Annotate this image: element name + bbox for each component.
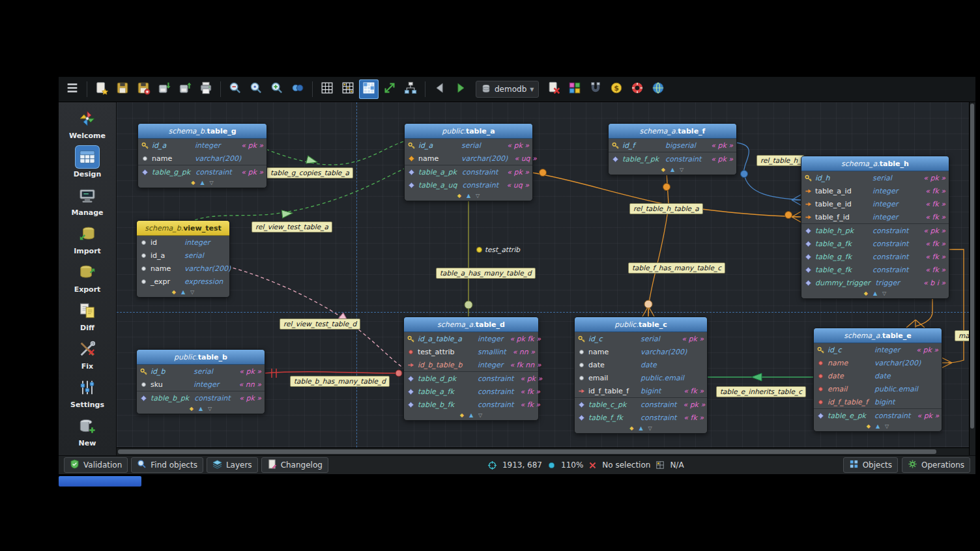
table-header[interactable]: schema_a.table_e — [814, 328, 942, 343]
model-selector[interactable]: demodb▼ — [476, 81, 539, 98]
statusbar-button-find-objects[interactable]: Find objects — [131, 457, 203, 473]
relationship-label[interactable]: table_g_copies_table_a — [267, 167, 353, 178]
relationship-label[interactable]: table_b_has_many_table_d — [290, 376, 390, 387]
table-header[interactable]: public.table_c — [575, 317, 707, 332]
table-header[interactable]: schema_a.table_f — [609, 124, 736, 139]
relationship-line-table_b_has_many_table_d[interactable] — [264, 372, 399, 373]
statusbar-button-validation[interactable]: Validation — [64, 457, 128, 473]
statusbar-button-changelog[interactable]: Changelog — [261, 457, 328, 473]
attribute-row[interactable]: idinteger — [137, 236, 229, 249]
attribute-row[interactable]: dummy_triggertrigger« b i » — [801, 276, 949, 289]
attribute-row[interactable]: skuinteger« nn » — [137, 378, 265, 391]
attribute-row[interactable]: table_e_pkconstraint« pk » — [814, 408, 942, 422]
zoom-out-button[interactable] — [225, 79, 245, 99]
attribute-row[interactable]: emailpublic.email — [814, 382, 942, 395]
view-view_test[interactable]: schema_b.view_testidintegerid_aserialnam… — [136, 220, 230, 298]
magnet-button[interactable] — [586, 79, 605, 99]
relationship-label[interactable]: rel_view_test_table_a — [252, 221, 332, 233]
relationship-label[interactable]: rel_view_test_table_d — [280, 318, 360, 330]
attribute-row[interactable]: table_b_fkconstraint« fk » — [404, 398, 538, 411]
relationship-line-table_g_copies_table_a[interactable] — [266, 141, 404, 165]
table-header[interactable]: public.table_a — [405, 124, 532, 139]
sidebar-item-settings[interactable]: Settings — [61, 374, 114, 411]
donate-button[interactable] — [627, 79, 647, 99]
attribute-row[interactable]: id_f_table_fbigint — [814, 395, 942, 408]
relationship-line-rel_table_h_table_e_b[interactable] — [948, 249, 964, 363]
table-table_b[interactable]: public.table_bid_bserial« pk »skuinteger… — [136, 349, 265, 414]
statusbar-button-layers[interactable]: Layers — [207, 457, 258, 473]
attribute-row[interactable]: table_g_fkconstraint« fk » — [801, 250, 949, 263]
statusbar-button-operations[interactable]: Operations — [902, 457, 970, 473]
relationship-label[interactable]: table_a_has_many_table_d — [436, 268, 536, 279]
show-grid-button[interactable] — [317, 79, 337, 99]
attribute-row[interactable]: test_attribsmallint« nn » — [404, 345, 538, 358]
sidebar-item-diff[interactable]: Diff — [61, 297, 114, 334]
relationship-label[interactable]: many — [955, 330, 969, 341]
attribute-row[interactable]: id_cinteger« pk » — [814, 343, 942, 356]
attribute-row[interactable]: table_d_pkconstraint« pk » — [404, 371, 538, 385]
sidebar-item-design[interactable]: Design — [61, 143, 114, 180]
sidebar-item-export[interactable]: Export — [61, 259, 114, 296]
attribute-row[interactable]: id_hserial« pk » — [801, 171, 949, 184]
best-fit-button[interactable] — [380, 79, 399, 99]
attribute-row[interactable]: table_e_fkconstraint« fk » — [801, 263, 949, 276]
attribute-row[interactable]: id_aserial« pk » — [405, 139, 532, 152]
attribute-row[interactable]: id_bserial« pk » — [137, 365, 265, 378]
sidebar-item-new[interactable]: New — [61, 412, 114, 449]
attribute-row[interactable]: id_f_table_fbigint« fk » — [575, 384, 707, 397]
attribute-row[interactable]: namevarchar(200) — [575, 345, 707, 358]
attribute-row[interactable]: table_b_pkconstraint« pk » — [137, 391, 265, 404]
vertical-scrollbar[interactable] — [969, 102, 975, 455]
save-all-button[interactable] — [134, 79, 153, 99]
attribute-row[interactable]: table_a_fkconstraint« fk » — [801, 237, 949, 250]
table-table_d[interactable]: schema_a.table_did_a_table_ainteger« pk … — [403, 317, 539, 421]
hscroll-thumb[interactable] — [118, 449, 936, 454]
table-table_h[interactable]: schema_a.table_hid_hserial« pk »table_a_… — [801, 156, 949, 299]
attribute-row[interactable]: table_f_idinteger« fk » — [801, 210, 949, 223]
sidebar-item-fix[interactable]: Fix — [61, 335, 114, 373]
nav-back-button[interactable] — [430, 79, 450, 99]
zoom-original-button[interactable] — [246, 79, 266, 99]
close-model-button[interactable] — [544, 79, 564, 99]
attribute-row[interactable]: id_ainteger« pk » — [138, 139, 267, 152]
table-header[interactable]: schema_a.table_h — [801, 156, 949, 171]
attribute-row[interactable]: table_f_fkconstraint« fk » — [575, 411, 707, 424]
attribute-row[interactable]: id_fbigserial« pk » — [609, 139, 736, 152]
appearance-button[interactable] — [565, 79, 584, 99]
diagram-canvas[interactable]: table_g_copies_table_arel_view_test_tabl… — [117, 102, 969, 447]
attribute-row[interactable]: namevarchar(200)« uq » — [405, 152, 532, 165]
sidebar-item-welcome[interactable]: Welcome — [61, 105, 114, 142]
attribute-row[interactable]: table_a_idinteger« fk » — [801, 184, 949, 197]
align-grid-button[interactable] — [338, 79, 358, 99]
attribute-row[interactable]: datedate — [814, 369, 942, 382]
relationship-label[interactable]: table_e_inherits_table_c — [716, 386, 806, 397]
new-model-button[interactable] — [92, 79, 111, 99]
main-menu-button[interactable] — [63, 79, 82, 99]
horizontal-scrollbar[interactable] — [117, 447, 969, 455]
table-header[interactable]: schema_b.view_test — [137, 221, 229, 236]
attribute-row[interactable]: id_aserial — [137, 249, 229, 262]
nav-forward-button[interactable] — [451, 79, 470, 99]
import-sql-button[interactable] — [154, 79, 174, 99]
attribute-row[interactable]: namevarchar(200) — [137, 262, 229, 275]
page-view-button[interactable] — [359, 79, 379, 99]
attribute-row[interactable]: table_a_fkconstraint« fk » — [404, 385, 538, 398]
attribute-row[interactable]: id_b_table_binteger« fk nn » — [404, 358, 538, 371]
relationship-label[interactable]: rel_table_h_table_a — [629, 203, 703, 214]
vscroll-thumb[interactable] — [970, 104, 974, 429]
attribute-row[interactable]: table_g_pkconstraint« pk » — [138, 165, 267, 178]
sidebar-item-manage[interactable]: Manage — [61, 182, 114, 219]
table-table_f[interactable]: schema_a.table_fid_fbigserial« pk »table… — [608, 123, 737, 175]
attribute-row[interactable]: _exprexpression — [137, 275, 229, 288]
attribute-row[interactable]: table_h_pkconstraint« pk » — [801, 223, 949, 237]
attribute-row[interactable]: namevarchar(200) — [138, 152, 267, 165]
save-model-button[interactable] — [113, 79, 132, 99]
export-model-button[interactable] — [175, 79, 195, 99]
attribute-row[interactable]: table_a_uqconstraint« uq » — [405, 178, 532, 191]
zoom-in-button[interactable] — [267, 79, 287, 99]
table-header[interactable]: schema_b.table_g — [138, 124, 267, 139]
table-header[interactable]: public.table_b — [137, 350, 265, 365]
attribute-row[interactable]: datedate — [575, 358, 707, 371]
relationship-label[interactable]: rel_table_h_ — [757, 155, 805, 166]
attribute-row[interactable]: table_a_pkconstraint« pk » — [405, 165, 532, 178]
